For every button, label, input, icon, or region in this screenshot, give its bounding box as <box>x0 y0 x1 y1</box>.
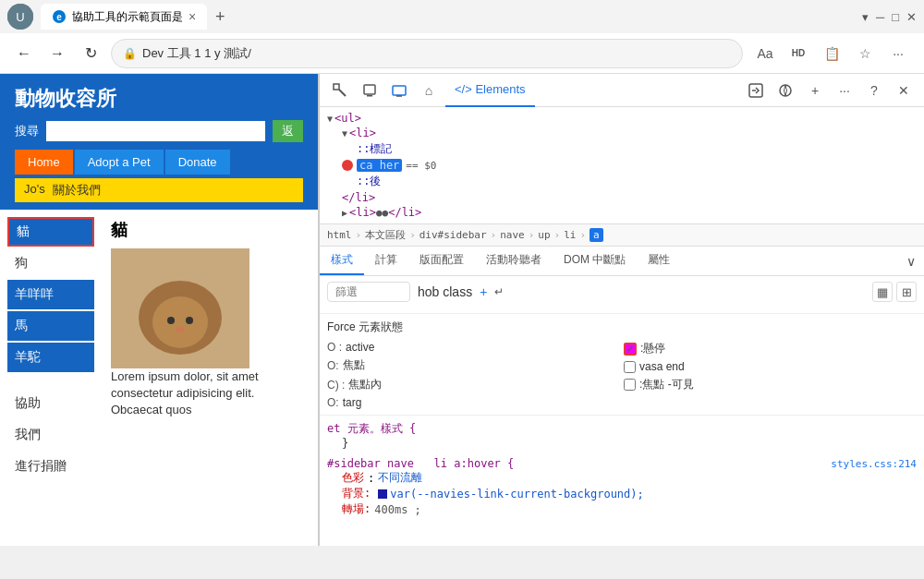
state-hover-checkbox[interactable]: ✓ <box>624 343 637 356</box>
devtools-screencast-btn[interactable] <box>386 78 412 103</box>
tree-line-after: ::後 <box>327 173 917 190</box>
devtools-home-btn[interactable]: ⌂ <box>416 78 442 103</box>
forward-btn[interactable]: → <box>44 41 70 66</box>
tree-arrow-li: ▼ <box>342 128 347 139</box>
sidebar-item-horse[interactable]: 馬 <box>7 311 94 341</box>
state-focus-within-label: 焦點內 <box>348 377 382 392</box>
breadcrumb-html[interactable]: html <box>327 229 352 241</box>
breadcrumb-up[interactable]: up <box>538 229 550 241</box>
bc-sep-4: › <box>529 229 535 241</box>
bc-sep-5: › <box>554 229 561 241</box>
tree-line-li: ▼ <li> <box>327 126 917 140</box>
search-button[interactable]: 返 <box>273 120 303 142</box>
class-icon-add[interactable]: ⊞ <box>896 282 917 302</box>
class-icon-grid[interactable]: ▦ <box>872 282 893 302</box>
devtools-inspect-btn[interactable] <box>327 78 353 103</box>
more-tools-btn[interactable]: ··· <box>832 78 857 103</box>
state-vasa-checkbox[interactable] <box>624 361 636 373</box>
tree-tag-li-close: </li> <box>342 191 375 204</box>
new-tab-button[interactable]: + <box>207 4 233 30</box>
nav-adopt[interactable]: Adopt a Pet <box>75 150 164 175</box>
tab-dom-breakpoints[interactable]: DOM 中斷點 <box>553 247 637 275</box>
css-rule2-selector: #sidebar nave li a:hover { <box>327 457 514 470</box>
tab-elements[interactable]: </> Elements <box>445 74 535 107</box>
address-text: Dev 工具 1 1 y 測試/ <box>142 45 731 62</box>
sidebar-item-camel[interactable]: 羊駝 <box>7 343 94 372</box>
add-panel-btn[interactable]: + <box>802 78 828 103</box>
svg-line-13 <box>339 90 346 96</box>
state-focus-visible-checkbox[interactable] <box>624 379 636 391</box>
css-prop-bg-name: 背景: <box>342 486 371 501</box>
console-btn[interactable] <box>743 78 769 103</box>
sidebar-item-donate[interactable]: 進行捐贈 <box>7 452 94 481</box>
sidebar-item-help[interactable]: 協助 <box>7 389 94 418</box>
hd-btn[interactable]: HD <box>784 39 813 68</box>
css-file-link[interactable]: styles.css:214 <box>831 458 917 470</box>
state-target: O: targ <box>327 396 620 409</box>
sidebar-item-us[interactable]: 我們 <box>7 420 94 450</box>
nav-home[interactable]: Home <box>15 150 73 175</box>
breadcrumb-a[interactable]: a <box>590 228 603 242</box>
help-btn[interactable]: ? <box>861 78 887 103</box>
elements-panel: ▼ <ul> ▼ <li> ::標記 ca her <box>320 107 924 546</box>
tree-arrow-li2: ▶ <box>342 208 347 218</box>
share-btn[interactable]: 📋 <box>817 39 846 68</box>
bc-sep-1: › <box>356 229 362 241</box>
breadcrumb-li[interactable]: li <box>564 229 576 241</box>
minimize-btn[interactable]: ─ <box>876 10 884 24</box>
close-btn[interactable]: ✕ <box>906 10 917 24</box>
css-prop-color-val: 不同流離 <box>378 470 422 486</box>
browser-tab-active[interactable]: e 協助工具的示範頁面是 × <box>41 4 207 30</box>
state-focus-visible: :焦點 -可見 <box>624 377 917 392</box>
class-plus-icon[interactable]: + <box>480 284 487 299</box>
css-prop-bg-val-text: var(--navies-link-current-background); <box>390 488 644 501</box>
svg-point-10 <box>186 317 193 324</box>
maximize-btn[interactable]: □ <box>892 10 899 24</box>
refresh-btn[interactable]: ↻ <box>78 41 103 66</box>
tree-line-a-selected[interactable]: ca her == $0 <box>327 158 917 173</box>
translate-btn[interactable]: Aa <box>750 39 780 68</box>
search-input[interactable] <box>46 121 265 141</box>
breadcrumb-div[interactable]: div#sidebar <box>419 229 487 241</box>
sub-nav-about[interactable]: 關於我們 <box>53 182 101 199</box>
breadcrumb-nave[interactable]: nave <box>500 229 525 241</box>
svg-rect-16 <box>393 86 406 95</box>
close-devtools-btn[interactable]: ✕ <box>891 78 917 103</box>
site-content: 貓 Lorem ipsum dolor, sit a <box>102 210 318 490</box>
devtools-toolbar: ⌂ </> Elements + ··· ? ✕ <box>320 74 924 107</box>
nav-donate[interactable]: Donate <box>165 150 230 175</box>
tree-line-li2: ▶ <li> ●● </li> <box>327 205 917 220</box>
breadcrumb-bar: html › 本文區段 › div#sidebar › nave › up › … <box>320 224 924 247</box>
styles-section-filter: hob class + ↵ ▦ ⊞ <box>320 276 924 313</box>
sub-nav-jos[interactable]: Jo's <box>24 182 45 199</box>
more-btn[interactable]: ··· <box>883 39 913 68</box>
tree-selected-element[interactable]: ca her <box>357 159 402 172</box>
address-bar[interactable]: 🔒 Dev 工具 1 1 y 測試/ <box>111 39 743 68</box>
svg-text:e: e <box>56 12 62 22</box>
css-prop-bg: 背景: var(--navies-link-current-background… <box>327 486 917 501</box>
filter-input[interactable] <box>327 282 410 302</box>
tab-computed[interactable]: 計算 <box>364 247 408 275</box>
sidebar-item-sheep[interactable]: 羊咩咩 <box>7 280 94 309</box>
site-title: 動物收容所 <box>15 85 303 113</box>
network-btn[interactable] <box>772 78 798 103</box>
devtools-device-btn[interactable] <box>357 78 383 103</box>
tree-tag-li: <li> <box>349 127 376 139</box>
breadcrumb-body[interactable]: 本文區段 <box>365 228 406 242</box>
bc-sep-2: › <box>409 229 416 241</box>
chevron-down-icon: ▾ <box>862 10 869 24</box>
tab-properties[interactable]: 屬性 <box>637 247 681 275</box>
force-state-section: Force 元素狀態 O : active O: 焦點 <box>320 313 924 415</box>
favorites-btn[interactable]: ☆ <box>850 39 880 68</box>
back-btn[interactable]: ← <box>11 41 37 66</box>
tab-layout[interactable]: 版面配置 <box>408 247 475 275</box>
tab-event-listeners[interactable]: 活動聆聽者 <box>475 247 553 275</box>
sidebar-item-cat[interactable]: 貓 <box>7 217 94 247</box>
title-bar: U e 協助工具的示範頁面是 × + ▾ ─ □ ✕ <box>0 0 924 33</box>
styles-collapse-btn[interactable]: ∨ <box>898 248 924 274</box>
tab-close-btn[interactable]: × <box>188 9 196 24</box>
sidebar-item-dog[interactable]: 狗 <box>7 248 94 278</box>
content-text: Lorem ipsum dolor, sit amet consectetur … <box>111 368 309 419</box>
tab-styles[interactable]: 樣式 <box>320 247 364 275</box>
site-search-row: 搜尋 返 <box>15 120 303 142</box>
